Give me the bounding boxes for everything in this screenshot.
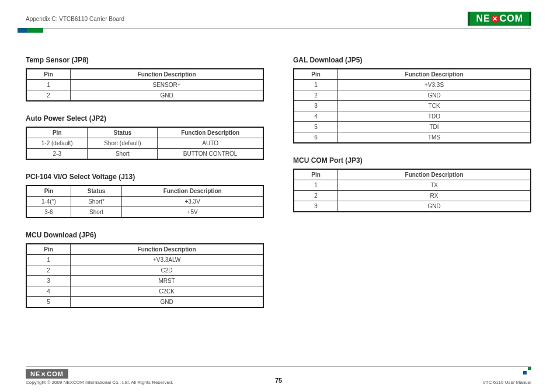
- section-title: Auto Power Select (JP2): [26, 114, 264, 123]
- logo-x-icon: ✕: [41, 371, 46, 377]
- table-row: 1-2 (default)Short (default)AUTO: [26, 138, 263, 149]
- logo-x-icon: ✕: [491, 15, 499, 23]
- table-row: 1+V3.3ALW: [26, 255, 263, 265]
- table-row: 5GND: [26, 297, 263, 308]
- logo-text-left: NE: [30, 370, 40, 377]
- th-func: Function Description: [338, 69, 531, 80]
- footer-left: NE ✕ COM Copyright © 2009 NEXCOM Interna…: [26, 369, 173, 385]
- right-column: GAL Download (JP5) Pin Function Descript…: [293, 56, 531, 321]
- th-func: Function Description: [158, 127, 263, 138]
- footer-right: VTC 6110 User Manual: [482, 380, 531, 385]
- section-mcu-download: MCU Download (JP6) Pin Function Descript…: [26, 231, 264, 308]
- section-title: Temp Sensor (JP8): [26, 56, 264, 64]
- table-row: 1-4(*)Short*+3.3V: [26, 197, 263, 207]
- section-pci104: PCI-104 VI/O Select Voltage (J13) Pin St…: [26, 173, 264, 218]
- logo-text-right: COM: [500, 13, 523, 24]
- table-row: 2C2D: [26, 265, 263, 276]
- accent-bar: [18, 28, 43, 33]
- page-number: 75: [275, 377, 282, 384]
- manual-name: VTC 6110 User Manual: [482, 380, 531, 385]
- table-header-row: Pin Function Description: [294, 169, 531, 180]
- th-status: Status: [88, 127, 158, 138]
- table-row: 6TMS: [294, 132, 531, 144]
- table-header-row: Pin Status Function Description: [26, 127, 263, 138]
- table-row: 3MRST: [26, 276, 263, 286]
- table-row: 1+V3.3S: [294, 80, 531, 90]
- section-title: GAL Download (JP5): [293, 56, 531, 64]
- content-columns: Temp Sensor (JP8) Pin Function Descripti…: [26, 56, 531, 321]
- table-j13: Pin Status Function Description 1-4(*)Sh…: [26, 185, 264, 218]
- table-row: 1TX: [294, 180, 531, 191]
- section-mcu-com: MCU COM Port (JP3) Pin Function Descript…: [293, 156, 531, 212]
- left-column: Temp Sensor (JP8) Pin Function Descripti…: [26, 56, 264, 321]
- copyright-text: Copyright © 2009 NEXCOM International Co…: [26, 380, 173, 385]
- th-pin: Pin: [26, 186, 71, 197]
- table-jp5: Pin Function Description 1+V3.3S 2GND 3T…: [293, 68, 531, 144]
- table-row: 4C2CK: [26, 286, 263, 297]
- table-header-row: Pin Function Description: [26, 69, 263, 80]
- table-row: 2GND: [294, 90, 531, 101]
- section-temp-sensor: Temp Sensor (JP8) Pin Function Descripti…: [26, 56, 264, 102]
- logo-text-left: NE: [476, 13, 490, 24]
- th-pin: Pin: [26, 127, 88, 138]
- th-pin: Pin: [26, 69, 71, 80]
- section-gal-download: GAL Download (JP5) Pin Function Descript…: [293, 56, 531, 144]
- section-title: MCU Download (JP6): [26, 231, 264, 239]
- th-func: Function Description: [122, 186, 263, 197]
- table-header-row: Pin Function Description: [26, 244, 263, 255]
- page-header: Appendix C: VTCB6110 Carrier Board NE ✕ …: [26, 12, 531, 29]
- table-jp6: Pin Function Description 1+V3.3ALW 2C2D …: [26, 243, 264, 308]
- table-jp2: Pin Status Function Description 1-2 (def…: [26, 127, 264, 160]
- table-header-row: Pin Status Function Description: [26, 186, 263, 197]
- table-row: 3TCK: [294, 101, 531, 111]
- th-func: Function Description: [71, 244, 263, 255]
- table-row: 3-6Short+5V: [26, 207, 263, 218]
- section-title: MCU COM Port (JP3): [293, 156, 531, 164]
- logo-text-right: COM: [47, 370, 64, 377]
- section-title: PCI-104 VI/O Select Voltage (J13): [26, 173, 264, 181]
- table-jp8: Pin Function Description 1SENSOR+ 2GND: [26, 68, 264, 102]
- th-pin: Pin: [294, 69, 338, 80]
- nexcom-logo-top: NE ✕ COM: [468, 12, 531, 26]
- section-auto-power: Auto Power Select (JP2) Pin Status Funct…: [26, 114, 264, 160]
- table-row: 3GND: [294, 201, 531, 212]
- table-header-row: Pin Function Description: [294, 69, 531, 80]
- th-pin: Pin: [294, 169, 338, 180]
- th-func: Function Description: [338, 169, 531, 180]
- th-func: Function Description: [71, 69, 263, 80]
- th-pin: Pin: [26, 244, 71, 255]
- table-row: 1SENSOR+: [26, 80, 263, 90]
- table-row: 4TDO: [294, 111, 531, 122]
- nexcom-logo-bottom: NE ✕ COM: [26, 369, 68, 379]
- header-title: Appendix C: VTCB6110 Carrier Board: [26, 16, 124, 22]
- table-row: 2GND: [26, 90, 263, 102]
- table-row: 2RX: [294, 191, 531, 201]
- table-row: 5TDI: [294, 122, 531, 132]
- table-row: 2-3ShortBUTTON CONTROL: [26, 149, 263, 160]
- th-status: Status: [71, 186, 121, 197]
- table-jp3: Pin Function Description 1TX 2RX 3GND: [293, 169, 531, 212]
